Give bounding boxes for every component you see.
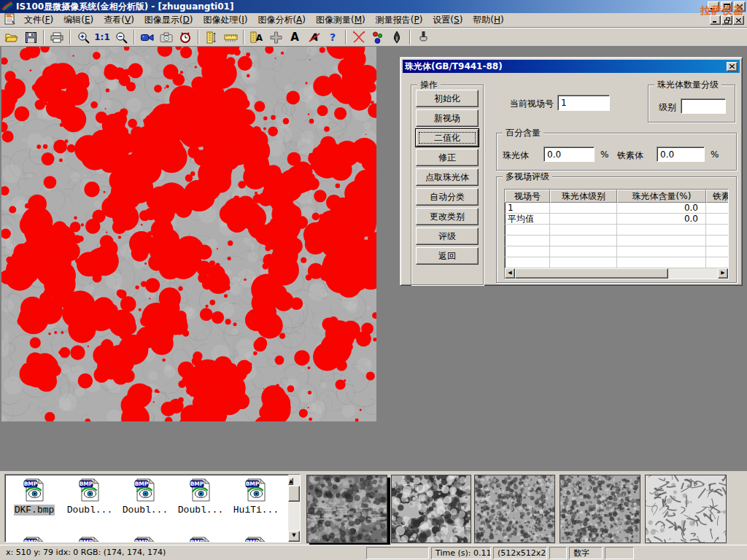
file-vertical-scrollbar[interactable]: ▲ ▼ [288, 475, 300, 542]
grade-level-input[interactable] [681, 98, 726, 114]
menu-item-s[interactable]: 设置(S) [427, 12, 468, 28]
table-row[interactable] [505, 246, 729, 257]
menu-item-text: 文件( [24, 15, 45, 25]
file-item-partial-1[interactable]: BMP [8, 536, 61, 542]
document-icon[interactable] [4, 13, 16, 27]
svg-text:A: A [256, 33, 263, 43]
text-icon[interactable]: A [285, 29, 304, 45]
menu-item-text: ) [419, 15, 423, 25]
save-icon[interactable] [21, 29, 40, 45]
menu-item-e[interactable]: 编辑(E) [58, 12, 98, 28]
dialog-title-bar[interactable]: 珠光体(GB/T9441-88) [403, 60, 740, 73]
table-horizontal-scrollbar[interactable]: ◀ ▶ [505, 268, 728, 279]
dialog-close-button[interactable] [727, 62, 738, 71]
zoom-in-icon[interactable] [74, 29, 93, 45]
menu-item-f[interactable]: 文件(F) [19, 12, 58, 28]
toolbar-separator [243, 30, 244, 44]
operation-button-3[interactable]: 二值化 [416, 129, 479, 147]
menu-item-d[interactable]: 图像显示(D) [139, 12, 198, 28]
current-field-input[interactable] [557, 95, 610, 111]
operation-button-6[interactable]: 自动分类 [416, 188, 479, 206]
print-icon[interactable] [47, 29, 66, 45]
file-item-partial-5[interactable]: BMP [230, 536, 282, 542]
menu-item-i[interactable]: 图像处理(I) [198, 12, 252, 28]
menu-item-v[interactable]: 查看(V) [98, 12, 139, 28]
status-mode: 数字 [569, 547, 603, 559]
menu-item-a[interactable]: 图像分析(A) [252, 12, 311, 28]
child-close-button[interactable] [733, 15, 744, 25]
ruler-icon[interactable] [221, 29, 240, 45]
operation-button-5[interactable]: 点取珠光体 [416, 168, 479, 186]
table-row[interactable]: 10.0 [505, 203, 729, 214]
caliper-icon[interactable] [202, 29, 221, 45]
menu-item-m[interactable]: 图像测量(M) [311, 12, 371, 28]
scroll-up-icon[interactable]: ▲ [288, 478, 293, 485]
svg-text:BMP: BMP [80, 539, 93, 542]
camera-icon[interactable] [157, 29, 176, 45]
thumbnail-5[interactable] [645, 475, 727, 543]
operation-button-1[interactable]: 初始化 [416, 90, 479, 107]
brush-icon[interactable] [414, 29, 433, 45]
operation-button-7[interactable]: 更改类别 [416, 208, 479, 225]
title-bar[interactable]: IS100显微摄像系统(金相分析版) - [zhuguangti01] 拉萨仪器 [0, 0, 747, 13]
curve-cut-icon[interactable] [349, 29, 368, 45]
thumbnail-3[interactable] [474, 475, 555, 543]
status-bar: x: 510 y: 79 idx: 0 RGB: (174, 174, 174)… [0, 545, 747, 560]
scroll-down-icon[interactable]: ▼ [288, 531, 300, 542]
file-item-4[interactable]: BMPDoubl... [174, 478, 227, 516]
help-icon[interactable]: ? [323, 29, 342, 45]
table-cell [550, 225, 617, 236]
close-button[interactable] [734, 1, 746, 12]
minimize-button[interactable] [708, 1, 719, 12]
table-row[interactable] [505, 236, 729, 246]
pearlite-percent-input[interactable] [543, 147, 595, 162]
multi-field-table[interactable]: 视场号珠光体级别珠光体含量(%)铁素体含量(%)10.0平均值0.0 ◀ ▶ [504, 189, 729, 279]
table-header-1[interactable]: 珠光体级别 [550, 190, 617, 203]
maximize-button[interactable] [721, 1, 732, 12]
operation-button-9[interactable]: 返回 [416, 247, 479, 265]
file-item-2[interactable]: BMPDoubl... [63, 478, 116, 516]
thumbnail-2[interactable] [391, 475, 471, 543]
zoom-out-icon[interactable] [112, 29, 131, 45]
table-row[interactable] [505, 225, 729, 236]
markers-icon[interactable] [368, 29, 387, 45]
scrollbar-track[interactable] [668, 268, 718, 279]
table-header-0[interactable]: 视场号 [505, 190, 550, 203]
file-item-1[interactable]: BMPDKF.bmp [8, 478, 61, 516]
video-camera-icon[interactable] [138, 29, 157, 45]
file-item-partial-4[interactable]: BMP [174, 536, 227, 542]
file-browser[interactable]: BMPDKF.bmpBMPDoubl...BMPDoubl...BMPDoubl… [4, 474, 301, 542]
menu-item-h[interactable]: 帮助(H) [468, 12, 508, 28]
file-item-partial-3[interactable]: BMP [119, 536, 171, 542]
table-row[interactable]: 平均值0.0 [505, 214, 729, 225]
file-item-5[interactable]: BMPHuiTi... [230, 478, 282, 516]
menu-item-p[interactable]: 测量报告(P) [371, 12, 428, 28]
annotate-icon[interactable]: A [304, 29, 323, 45]
measure-text-icon[interactable]: A [247, 29, 266, 45]
micrograph-image[interactable] [1, 47, 376, 421]
scroll-left-icon[interactable]: ◀ [505, 268, 515, 279]
thumbnail-1[interactable] [306, 475, 387, 543]
ferrite-percent-input[interactable] [657, 147, 705, 162]
move-cross-icon[interactable] [266, 29, 285, 45]
operation-group-label: 操作 [417, 79, 441, 90]
actual-size-icon[interactable]: 1:1 [93, 29, 112, 45]
table-header-3[interactable]: 铁素体含量(%) [706, 190, 729, 203]
operation-button-8[interactable]: 评级 [416, 228, 479, 245]
thumbnail-4[interactable] [560, 475, 640, 543]
child-minimize-button[interactable] [710, 15, 721, 25]
file-item-3[interactable]: BMPDoubl... [119, 478, 171, 516]
open-icon[interactable] [2, 29, 21, 45]
operation-button-2[interactable]: 新视场 [416, 109, 479, 127]
table-row[interactable] [505, 257, 729, 268]
operation-button-4[interactable]: 修正 [416, 149, 479, 166]
scroll-right-icon[interactable]: ▶ [718, 268, 728, 279]
scrollbar-thumb[interactable] [515, 268, 668, 279]
file-scrollbar-thumb[interactable] [288, 486, 300, 502]
pen-icon[interactable] [387, 29, 406, 45]
menu-item-key: S [454, 15, 460, 25]
file-item-partial-2[interactable]: BMP [63, 536, 116, 542]
child-restore-button[interactable] [721, 15, 732, 25]
table-header-2[interactable]: 珠光体含量(%) [617, 190, 706, 203]
timer-icon[interactable] [176, 29, 195, 45]
